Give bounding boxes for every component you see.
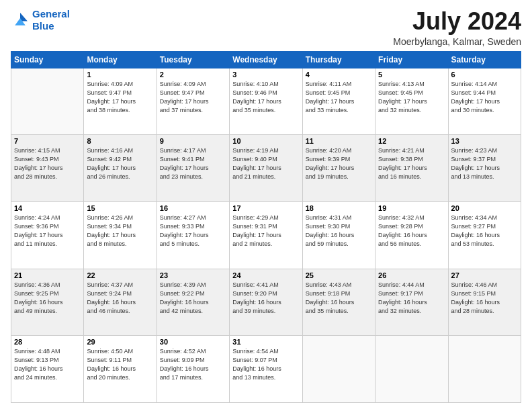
- col-friday: Friday: [375, 51, 448, 68]
- table-row: 7Sunrise: 4:15 AM Sunset: 9:43 PM Daylig…: [11, 135, 84, 202]
- calendar-week-row: 14Sunrise: 4:24 AM Sunset: 9:36 PM Dayli…: [11, 201, 521, 269]
- day-number: 7: [14, 137, 81, 145]
- day-info: Sunrise: 4:48 AM Sunset: 9:13 PM Dayligh…: [14, 347, 81, 382]
- calendar-week-row: 28Sunrise: 4:48 AM Sunset: 9:13 PM Dayli…: [11, 336, 521, 403]
- day-info: Sunrise: 4:24 AM Sunset: 9:36 PM Dayligh…: [14, 214, 81, 248]
- calendar-week-row: 7Sunrise: 4:15 AM Sunset: 9:43 PM Daylig…: [11, 135, 521, 202]
- day-info: Sunrise: 4:14 AM Sunset: 9:44 PM Dayligh…: [451, 80, 518, 115]
- day-info: Sunrise: 4:11 AM Sunset: 9:45 PM Dayligh…: [306, 80, 372, 115]
- logo: General Blue: [11, 8, 70, 32]
- table-row: 5Sunrise: 4:13 AM Sunset: 9:45 PM Daylig…: [375, 68, 448, 135]
- col-wednesday: Wednesday: [230, 51, 302, 68]
- calendar-week-row: 1Sunrise: 4:09 AM Sunset: 9:47 PM Daylig…: [11, 68, 521, 135]
- day-number: 8: [87, 137, 153, 145]
- calendar-header-row: Sunday Monday Tuesday Wednesday Thursday…: [11, 51, 521, 68]
- day-number: 10: [232, 137, 299, 145]
- day-info: Sunrise: 4:10 AM Sunset: 9:46 PM Dayligh…: [232, 80, 299, 115]
- day-info: Sunrise: 4:29 AM Sunset: 9:31 PM Dayligh…: [232, 214, 299, 248]
- day-number: 31: [232, 338, 299, 346]
- day-info: Sunrise: 4:20 AM Sunset: 9:39 PM Dayligh…: [306, 146, 372, 181]
- day-info: Sunrise: 4:17 AM Sunset: 9:41 PM Dayligh…: [160, 146, 226, 181]
- day-info: Sunrise: 4:54 AM Sunset: 9:07 PM Dayligh…: [232, 347, 299, 382]
- day-number: 14: [14, 204, 81, 212]
- day-number: 21: [14, 271, 81, 279]
- day-number: 13: [451, 137, 518, 145]
- day-number: 2: [160, 71, 226, 79]
- day-info: Sunrise: 4:16 AM Sunset: 9:42 PM Dayligh…: [87, 146, 153, 181]
- day-info: Sunrise: 4:50 AM Sunset: 9:11 PM Dayligh…: [87, 347, 153, 382]
- day-info: Sunrise: 4:46 AM Sunset: 9:15 PM Dayligh…: [451, 281, 518, 316]
- col-saturday: Saturday: [448, 51, 521, 68]
- table-row: 19Sunrise: 4:32 AM Sunset: 9:28 PM Dayli…: [375, 201, 448, 269]
- table-row: 6Sunrise: 4:14 AM Sunset: 9:44 PM Daylig…: [448, 68, 521, 135]
- day-info: Sunrise: 4:39 AM Sunset: 9:22 PM Dayligh…: [160, 281, 226, 316]
- table-row: [302, 336, 375, 403]
- logo-icon: [11, 11, 30, 30]
- table-row: 17Sunrise: 4:29 AM Sunset: 9:31 PM Dayli…: [230, 201, 302, 269]
- table-row: 24Sunrise: 4:41 AM Sunset: 9:20 PM Dayli…: [230, 269, 302, 336]
- table-row: [11, 68, 84, 135]
- day-number: 26: [378, 271, 445, 279]
- day-number: 16: [160, 204, 226, 212]
- table-row: 1Sunrise: 4:09 AM Sunset: 9:47 PM Daylig…: [84, 68, 157, 135]
- day-info: Sunrise: 4:23 AM Sunset: 9:37 PM Dayligh…: [451, 146, 518, 181]
- table-row: 21Sunrise: 4:36 AM Sunset: 9:25 PM Dayli…: [11, 269, 84, 336]
- day-number: 30: [160, 338, 226, 346]
- day-number: 9: [160, 137, 226, 145]
- table-row: 26Sunrise: 4:44 AM Sunset: 9:17 PM Dayli…: [375, 269, 448, 336]
- table-row: 15Sunrise: 4:26 AM Sunset: 9:34 PM Dayli…: [84, 201, 157, 269]
- month-title: July 2024: [393, 8, 521, 35]
- col-thursday: Thursday: [302, 51, 375, 68]
- day-info: Sunrise: 4:36 AM Sunset: 9:25 PM Dayligh…: [14, 281, 81, 316]
- day-number: 17: [232, 204, 299, 212]
- table-row: 16Sunrise: 4:27 AM Sunset: 9:33 PM Dayli…: [157, 201, 229, 269]
- day-info: Sunrise: 4:21 AM Sunset: 9:38 PM Dayligh…: [378, 146, 445, 181]
- day-info: Sunrise: 4:26 AM Sunset: 9:34 PM Dayligh…: [87, 214, 153, 248]
- table-row: 14Sunrise: 4:24 AM Sunset: 9:36 PM Dayli…: [11, 201, 84, 269]
- day-info: Sunrise: 4:13 AM Sunset: 9:45 PM Dayligh…: [378, 80, 445, 115]
- table-row: 8Sunrise: 4:16 AM Sunset: 9:42 PM Daylig…: [84, 135, 157, 202]
- day-info: Sunrise: 4:37 AM Sunset: 9:24 PM Dayligh…: [87, 281, 153, 316]
- table-row: [448, 336, 521, 403]
- day-info: Sunrise: 4:19 AM Sunset: 9:40 PM Dayligh…: [232, 146, 299, 181]
- day-number: 18: [306, 204, 372, 212]
- day-number: 23: [160, 271, 226, 279]
- day-number: 27: [451, 271, 518, 279]
- page: General Blue July 2024 Moerbylanga, Kalm…: [0, 0, 532, 411]
- day-number: 25: [306, 271, 372, 279]
- table-row: [375, 336, 448, 403]
- table-row: 28Sunrise: 4:48 AM Sunset: 9:13 PM Dayli…: [11, 336, 84, 403]
- day-info: Sunrise: 4:27 AM Sunset: 9:33 PM Dayligh…: [160, 214, 226, 248]
- day-number: 6: [451, 71, 518, 79]
- table-row: 9Sunrise: 4:17 AM Sunset: 9:41 PM Daylig…: [157, 135, 229, 202]
- table-row: 30Sunrise: 4:52 AM Sunset: 9:09 PM Dayli…: [157, 336, 229, 403]
- day-number: 19: [378, 204, 445, 212]
- logo-line2: Blue: [32, 20, 54, 32]
- location: Moerbylanga, Kalmar, Sweden: [393, 36, 521, 47]
- day-number: 1: [87, 71, 153, 79]
- table-row: 11Sunrise: 4:20 AM Sunset: 9:39 PM Dayli…: [302, 135, 375, 202]
- day-info: Sunrise: 4:52 AM Sunset: 9:09 PM Dayligh…: [160, 347, 226, 382]
- table-row: 2Sunrise: 4:09 AM Sunset: 9:47 PM Daylig…: [157, 68, 229, 135]
- header: General Blue July 2024 Moerbylanga, Kalm…: [11, 8, 521, 47]
- table-row: 13Sunrise: 4:23 AM Sunset: 9:37 PM Dayli…: [448, 135, 521, 202]
- day-info: Sunrise: 4:09 AM Sunset: 9:47 PM Dayligh…: [160, 80, 226, 115]
- col-monday: Monday: [84, 51, 157, 68]
- title-block: July 2024 Moerbylanga, Kalmar, Sweden: [393, 8, 521, 47]
- day-number: 11: [306, 137, 372, 145]
- day-number: 3: [232, 71, 299, 79]
- table-row: 22Sunrise: 4:37 AM Sunset: 9:24 PM Dayli…: [84, 269, 157, 336]
- col-tuesday: Tuesday: [157, 51, 229, 68]
- logo-text: General Blue: [32, 8, 70, 32]
- col-sunday: Sunday: [11, 51, 84, 68]
- table-row: 18Sunrise: 4:31 AM Sunset: 9:30 PM Dayli…: [302, 201, 375, 269]
- day-info: Sunrise: 4:43 AM Sunset: 9:18 PM Dayligh…: [306, 281, 372, 316]
- day-info: Sunrise: 4:09 AM Sunset: 9:47 PM Dayligh…: [87, 80, 153, 115]
- table-row: 12Sunrise: 4:21 AM Sunset: 9:38 PM Dayli…: [375, 135, 448, 202]
- table-row: 4Sunrise: 4:11 AM Sunset: 9:45 PM Daylig…: [302, 68, 375, 135]
- day-number: 28: [14, 338, 81, 346]
- logo-line1: General: [32, 8, 70, 19]
- day-number: 4: [306, 71, 372, 79]
- table-row: 23Sunrise: 4:39 AM Sunset: 9:22 PM Dayli…: [157, 269, 229, 336]
- table-row: 20Sunrise: 4:34 AM Sunset: 9:27 PM Dayli…: [448, 201, 521, 269]
